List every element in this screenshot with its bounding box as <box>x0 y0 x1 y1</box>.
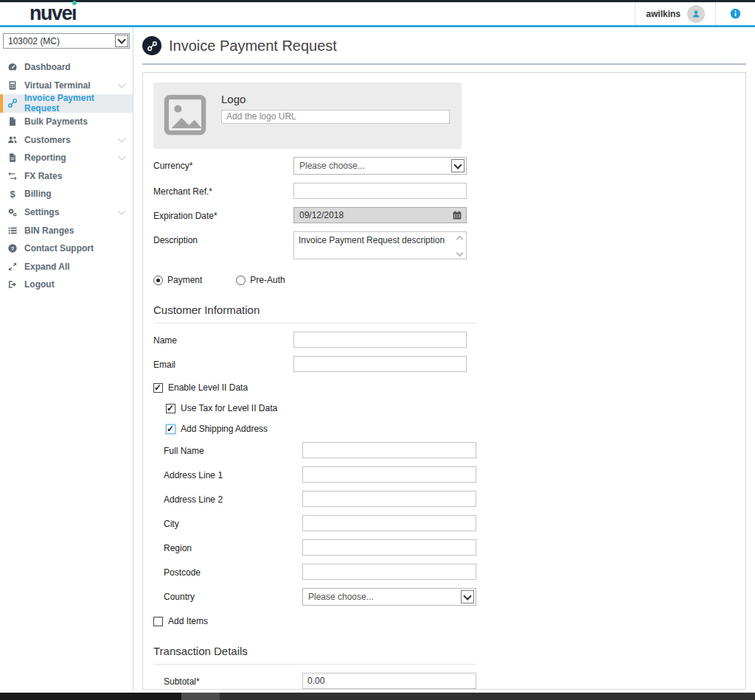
country-label: Country <box>153 588 302 606</box>
name-label: Name <box>153 332 293 348</box>
shipping-region-input[interactable] <box>302 539 476 556</box>
sidebar-item-settings[interactable]: Settings <box>0 203 133 222</box>
chevron-down-icon[interactable] <box>451 159 465 172</box>
preauth-radio-option[interactable]: Pre-Auth <box>236 275 285 285</box>
dashboard-icon <box>7 62 18 72</box>
logo-teal-dot <box>72 1 77 5</box>
link-icon <box>7 98 18 108</box>
address1-label: Address Line 1 <box>153 466 302 483</box>
use-tax-row[interactable]: Use Tax for Level II Data <box>147 403 741 413</box>
question-icon: ? <box>7 243 18 253</box>
postcode-label: Postcode <box>153 564 302 580</box>
gears-icon <box>7 207 18 217</box>
full-name-label: Full Name <box>153 442 302 458</box>
chevron-down-icon[interactable] <box>461 590 474 603</box>
expand-icon <box>7 262 18 272</box>
checkbox-use-tax[interactable] <box>166 404 175 413</box>
customer-email-input[interactable] <box>293 356 467 372</box>
checkbox-add-shipping[interactable] <box>166 424 175 434</box>
shipping-address2-input[interactable] <box>302 491 476 507</box>
region-label: Region <box>153 539 302 556</box>
chevron-down-icon <box>117 152 125 160</box>
sidebar-item-virtual-terminal[interactable]: Virtual Terminal <box>0 77 133 95</box>
chevron-down-icon <box>117 80 125 88</box>
enable-level2-row[interactable]: Enable Level II Data <box>147 382 741 393</box>
shipping-full-name-input[interactable] <box>302 442 476 458</box>
scrollbar-track-dark <box>0 693 181 700</box>
list-icon <box>7 225 18 236</box>
description-textarea[interactable]: Invoice Payment Request description <box>293 231 467 259</box>
sidebar-item-fx-rates[interactable]: FX Rates <box>0 167 133 186</box>
payment-type-group: Payment Pre-Auth <box>147 275 741 285</box>
transaction-details-heading: Transaction Details <box>153 645 476 665</box>
logo-label: Logo <box>221 93 451 105</box>
dollar-icon: $ <box>7 189 18 200</box>
sidebar-item-dashboard[interactable]: Dashboard <box>0 58 133 77</box>
terminal-icon <box>7 80 18 91</box>
invoice-link-badge-icon <box>142 36 161 55</box>
currency-label: Currency* <box>153 157 293 175</box>
sidebar-item-bulk-payments[interactable]: Bulk Payments <box>0 113 133 131</box>
scrollbar-thumb[interactable] <box>181 693 220 700</box>
users-icon <box>7 135 18 145</box>
description-label: Description <box>153 231 293 262</box>
city-label: City <box>153 515 302 531</box>
add-shipping-row[interactable]: Add Shipping Address <box>147 424 741 434</box>
info-button[interactable] <box>716 2 755 25</box>
sidebar-item-logout[interactable]: Logout <box>0 276 133 294</box>
shipping-postcode-input[interactable] <box>302 564 476 580</box>
account-select-value: 103002 (MC) <box>8 36 60 46</box>
username-label: awilkins <box>646 9 681 19</box>
image-placeholder-icon <box>164 91 206 139</box>
form-panel: Logo Currency* Please choose... Merchant… <box>142 72 746 690</box>
sidebar-item-expand-all[interactable]: Expand All <box>0 258 133 276</box>
checkbox-add-items[interactable] <box>153 617 163 626</box>
logo-url-input[interactable] <box>221 110 450 124</box>
chevron-down-icon[interactable] <box>115 35 128 47</box>
checkbox-enable-level2[interactable] <box>153 383 163 393</box>
avatar[interactable] <box>687 5 705 23</box>
sidebar-item-billing[interactable]: $ Billing <box>0 185 133 203</box>
sidebar-item-bin-ranges[interactable]: BIN Ranges <box>0 221 133 239</box>
exchange-icon <box>7 171 18 181</box>
shipping-city-input[interactable] <box>302 515 476 531</box>
user-menu[interactable]: awilkins <box>636 2 715 25</box>
merchant-ref-label: Merchant Ref.* <box>153 183 293 199</box>
radio-payment[interactable] <box>153 276 163 285</box>
expiration-date-label: Expiration Date* <box>153 207 293 223</box>
calendar-icon[interactable] <box>452 210 462 223</box>
file-icon <box>7 116 18 127</box>
merchant-ref-input[interactable] <box>293 183 467 199</box>
sidebar-item-customers[interactable]: Customers <box>0 130 133 149</box>
email-label: Email <box>153 356 293 372</box>
sidebar-item-reporting[interactable]: Reporting <box>0 149 133 167</box>
title-divider <box>142 63 746 65</box>
payment-radio-option[interactable]: Payment <box>153 275 202 285</box>
logo-section: Logo <box>153 83 462 149</box>
add-items-row[interactable]: Add Items <box>147 616 741 626</box>
svg-text:?: ? <box>11 245 15 252</box>
expiration-date-input[interactable]: 09/12/2018 <box>293 207 467 223</box>
customer-name-input[interactable] <box>293 332 467 348</box>
country-select[interactable]: Please choose... <box>302 588 476 606</box>
radio-preauth[interactable] <box>236 276 246 285</box>
logout-icon <box>7 279 18 290</box>
app-header: nuveı awilkins <box>0 2 755 27</box>
chevron-down-icon <box>117 134 125 142</box>
subtotal-label: Subtotal* <box>153 673 302 689</box>
currency-select[interactable]: Please choose... <box>293 157 467 175</box>
chevron-down-icon <box>117 206 125 214</box>
sidebar-item-invoice-payment-request[interactable]: Invoice Payment Request <box>0 94 133 113</box>
horizontal-scrollbar[interactable] <box>0 693 755 700</box>
account-select[interactable]: 103002 (MC) <box>3 33 130 49</box>
sidebar-item-contact-support[interactable]: ? Contact Support <box>0 239 133 258</box>
shipping-address1-input[interactable] <box>302 466 476 483</box>
subtotal-input[interactable] <box>302 673 476 689</box>
page-title: Invoice Payment Request <box>169 38 337 55</box>
customer-information-heading: Customer Information <box>153 304 476 323</box>
sidebar: 103002 (MC) Dashboard Virtual Terminal I… <box>0 27 133 690</box>
main-content: Invoice Payment Request Logo Currency* <box>133 27 755 690</box>
nuvei-logo: nuveı <box>29 4 76 24</box>
user-icon <box>691 9 701 19</box>
report-icon <box>7 153 18 163</box>
